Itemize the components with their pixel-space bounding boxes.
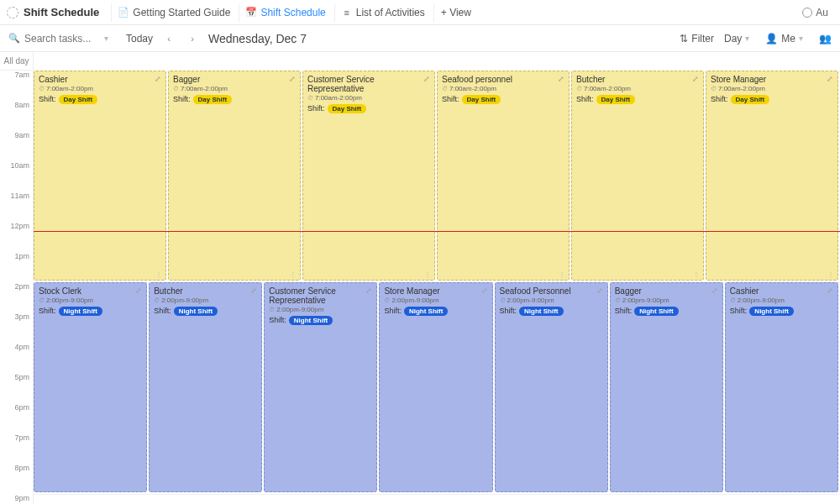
hour-label: 11am <box>0 192 33 222</box>
shift-event[interactable]: Seafood Personnel⤢2:00pm-9:00pmShift:Nig… <box>495 282 608 492</box>
shift-event[interactable]: Cashier⤢2:00pm-9:00pmShift:Night Shift⋮ <box>725 282 838 492</box>
event-time: 2:00pm-9:00pm <box>269 306 372 313</box>
event-title: Butcher <box>154 286 182 296</box>
expand-icon[interactable]: ⤢ <box>155 75 161 83</box>
expand-icon[interactable]: ⤢ <box>365 286 372 295</box>
shift-label: Shift: <box>39 95 56 103</box>
expand-icon[interactable]: ⤢ <box>481 286 488 295</box>
shift-label: Shift: <box>384 307 402 315</box>
shift-badge: Night Shift <box>174 307 218 316</box>
shift-badge: Night Shift <box>749 307 793 316</box>
search-input-wrap[interactable]: 🔍 ▾ <box>8 33 118 45</box>
expand-icon[interactable]: ⤢ <box>135 286 142 295</box>
resize-handle-icon[interactable]: ⋮ <box>366 482 373 490</box>
au-button[interactable]: Au <box>797 4 833 21</box>
shift-label: Shift: <box>730 307 748 315</box>
expand-icon[interactable]: ⤢ <box>711 286 718 295</box>
shift-label: Shift: <box>711 95 728 103</box>
prev-day-button[interactable]: ‹ <box>161 31 176 46</box>
shift-badge: Day Shift <box>731 95 770 104</box>
event-title: Stock Clerk <box>39 286 81 296</box>
shift-event[interactable]: Customer Service Representative⤢2:00pm-9… <box>264 282 377 492</box>
search-input[interactable] <box>24 33 100 45</box>
filter-icon: ⇅ <box>680 33 688 45</box>
expand-icon[interactable]: ⤢ <box>827 286 833 295</box>
shift-event[interactable]: Butcher⤢2:00pm-9:00pmShift:Night Shift⋮ <box>149 282 262 492</box>
tab-label: List of Activities <box>356 7 425 18</box>
today-button[interactable]: Today <box>126 33 153 45</box>
expand-icon[interactable]: ⤢ <box>250 286 257 295</box>
tab-icon: 📄 <box>118 8 129 18</box>
hour-label: 7pm <box>0 433 33 464</box>
shift-event[interactable]: Store Manager⤢7:00am-2:00pmShift:Day Shi… <box>706 71 838 281</box>
resize-handle-icon[interactable]: ⋮ <box>290 270 297 278</box>
view-select[interactable]: Day ▾ <box>724 33 755 45</box>
expand-icon[interactable]: ⤢ <box>558 75 564 83</box>
expand-icon[interactable]: ⤢ <box>289 75 296 83</box>
hour-label: 8pm <box>0 464 33 494</box>
resize-handle-icon[interactable]: ⋮ <box>827 270 834 278</box>
shift-event[interactable]: Cashier⤢7:00am-2:00pmShift:Day Shift⋮ <box>34 71 166 281</box>
resize-handle-icon[interactable]: ⋮ <box>827 482 834 490</box>
filter-button[interactable]: ⇅ Filter <box>680 33 714 45</box>
expand-icon[interactable]: ⤢ <box>692 75 699 83</box>
current-time-line <box>34 231 840 232</box>
next-day-button[interactable]: › <box>185 31 200 46</box>
me-button[interactable]: 👤 Me ▾ <box>765 33 809 45</box>
resize-handle-icon[interactable]: ⋮ <box>693 270 700 278</box>
shift-label: Shift: <box>173 95 191 103</box>
calendar: All day 7am8am9am10am11am12pm1pm2pm3pm4p… <box>0 52 840 504</box>
shift-event[interactable]: Bagger⤢7:00am-2:00pmShift:Day Shift⋮ <box>168 71 301 281</box>
hour-label: 1pm <box>0 252 33 282</box>
shift-event[interactable]: Butcher⤢7:00am-2:00pmShift:Day Shift⋮ <box>571 71 704 281</box>
shift-label: Shift: <box>269 316 286 324</box>
event-time: 7:00am-2:00pm <box>173 85 296 92</box>
event-title: Store Manager <box>711 75 766 84</box>
page-icon <box>7 7 18 18</box>
shift-label: Shift: <box>307 104 325 113</box>
shift-event[interactable]: Bagger⤢2:00pm-9:00pmShift:Night Shift⋮ <box>610 282 723 492</box>
event-time: 7:00am-2:00pm <box>307 94 430 102</box>
expand-icon[interactable]: ⤢ <box>596 286 603 295</box>
event-time: 2:00pm-9:00pm <box>154 297 257 304</box>
event-title: Seafood Personnel <box>500 286 571 296</box>
hour-label: 5pm <box>0 373 33 403</box>
resize-handle-icon[interactable]: ⋮ <box>155 270 162 278</box>
resize-handle-icon[interactable]: ⋮ <box>251 482 258 490</box>
hour-label: 8am <box>0 101 33 131</box>
tab-list-of-activities[interactable]: ≡List of Activities <box>334 3 432 22</box>
shift-badge: Day Shift <box>328 104 367 113</box>
hour-label: 7am <box>0 71 33 101</box>
resize-handle-icon[interactable]: ⋮ <box>136 482 143 490</box>
tab-shift-schedule[interactable]: 📅Shift Schedule <box>239 3 332 22</box>
add-view-button[interactable]: + View <box>433 3 478 22</box>
resize-handle-icon[interactable]: ⋮ <box>597 482 604 490</box>
shift-badge: Night Shift <box>519 307 563 316</box>
event-time: 2:00pm-9:00pm <box>730 297 833 304</box>
expand-icon[interactable]: ⤢ <box>423 75 430 83</box>
event-title: Seafood personnel <box>442 75 512 84</box>
shift-event[interactable]: Store Manager⤢2:00pm-9:00pmShift:Night S… <box>379 282 492 492</box>
chevron-down-icon: ▾ <box>799 34 809 44</box>
event-time: 7:00am-2:00pm <box>576 85 699 92</box>
resize-handle-icon[interactable]: ⋮ <box>482 482 489 490</box>
shift-event[interactable]: Customer Service Representative⤢7:00am-2… <box>302 71 435 281</box>
chevron-down-icon[interactable]: ▾ <box>104 34 114 44</box>
shift-event[interactable]: Stock Clerk⤢2:00pm-9:00pmShift:Night Shi… <box>34 282 147 492</box>
shift-label: Shift: <box>500 307 517 315</box>
search-icon: 🔍 <box>8 33 20 44</box>
calendar-grid[interactable]: Cashier⤢7:00am-2:00pmShift:Day Shift⋮Bag… <box>34 52 840 504</box>
tab-icon: 📅 <box>246 8 256 18</box>
resize-handle-icon[interactable]: ⋮ <box>559 270 565 278</box>
expand-icon[interactable]: ⤢ <box>827 75 833 83</box>
event-time: 7:00am-2:00pm <box>39 85 161 92</box>
resize-handle-icon[interactable]: ⋮ <box>712 482 719 490</box>
shift-badge: Night Shift <box>404 307 448 316</box>
tab-getting-started-guide[interactable]: 📄Getting Started Guide <box>111 3 237 22</box>
tab-label: Shift Schedule <box>260 7 325 18</box>
shift-event[interactable]: Seafood personnel⤢7:00am-2:00pmShift:Day… <box>437 71 570 281</box>
au-icon <box>802 8 812 18</box>
resize-handle-icon[interactable]: ⋮ <box>424 270 431 278</box>
shift-badge: Day Shift <box>193 95 233 104</box>
people-button[interactable]: 👥 <box>819 33 832 45</box>
